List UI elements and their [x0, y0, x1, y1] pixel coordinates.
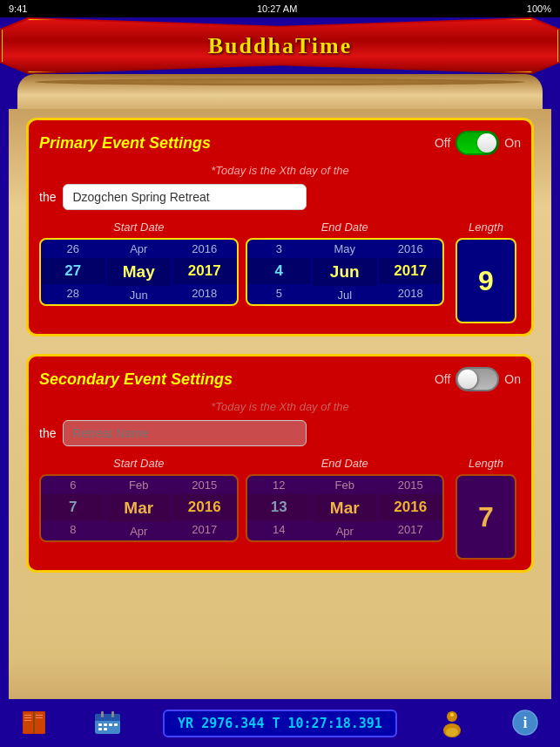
primary-start-day-next: 28	[41, 284, 105, 302]
primary-end-date-group: End Date 3 4 5 May Jun Jul	[246, 221, 445, 306]
secondary-end-day-next: 14	[247, 520, 312, 539]
scroll-area: Primary Event Settings Off On *Today is …	[9, 109, 551, 747]
svg-rect-17	[109, 723, 112, 726]
calendar-button[interactable]	[91, 706, 125, 741]
primary-start-year-next: 2018	[172, 284, 237, 302]
svg-rect-14	[111, 711, 114, 717]
primary-end-month-prev: May	[313, 240, 377, 258]
secondary-start-day-next: 8	[41, 520, 105, 539]
calendar-icon	[92, 708, 123, 738]
svg-rect-5	[24, 715, 31, 716]
secondary-end-year-next: 2017	[379, 520, 443, 539]
secondary-start-year-next: 2017	[172, 520, 237, 539]
secondary-end-day-column[interactable]: 12 13 14	[247, 476, 312, 540]
primary-start-date-label: Start Date	[39, 221, 239, 234]
svg-rect-13	[101, 711, 104, 717]
buddha-icon	[437, 708, 468, 738]
svg-rect-7	[24, 720, 31, 721]
primary-panel-title: Primary Event Settings	[39, 134, 211, 153]
buddha-button[interactable]	[435, 706, 469, 741]
primary-start-day-prev: 26	[41, 240, 105, 258]
secondary-start-date-group: Start Date 6 7 8 Feb Mar Apr	[39, 457, 239, 542]
svg-point-23	[450, 713, 454, 716]
primary-event-name-input[interactable]	[63, 184, 307, 210]
status-right: 100%	[527, 3, 551, 14]
primary-end-year-prev: 2016	[379, 240, 443, 258]
secondary-end-year-column[interactable]: 2015 2016 2017	[379, 476, 443, 540]
secondary-event-name-input[interactable]	[63, 420, 307, 446]
secondary-toggle-switch[interactable]	[455, 367, 499, 391]
primary-toggle-switch[interactable]	[455, 131, 499, 155]
secondary-end-month-selected: Mar	[313, 494, 377, 522]
primary-toggle-group: Off On	[435, 131, 521, 155]
secondary-start-day-column[interactable]: 6 7 8	[41, 476, 105, 540]
primary-end-month-column[interactable]: May Jun Jul	[313, 240, 377, 304]
primary-end-year-column[interactable]: 2016 2017 2018	[379, 240, 443, 304]
primary-event-panel: Primary Event Settings Off On *Today is …	[26, 118, 534, 336]
secondary-start-month-prev: Feb	[107, 476, 172, 494]
secondary-start-year-column[interactable]: 2015 2016 2017	[172, 476, 237, 540]
secondary-start-day-prev: 6	[41, 476, 105, 494]
bottom-bar: YR 2976.344 T 10:27:18.391 i	[0, 699, 560, 747]
primary-end-year-next: 2018	[379, 284, 443, 302]
secondary-subtitle: *Today is the Xth day of the	[39, 400, 521, 413]
secondary-length-value: 7	[478, 501, 494, 533]
primary-toggle-on-label: On	[504, 136, 521, 150]
secondary-end-date-group: End Date 12 13 14 Feb Mar Apr	[246, 457, 445, 542]
secondary-end-date-picker[interactable]: 12 13 14 Feb Mar Apr 2015 2016 2017	[246, 474, 445, 542]
header-ribbon: BuddhaTime	[0, 17, 560, 74]
primary-toggle-off-label: Off	[435, 136, 450, 150]
secondary-event-name-row: the	[39, 420, 521, 446]
secondary-start-year-prev: 2015	[172, 476, 237, 494]
secondary-length-box: 7	[455, 474, 516, 560]
primary-start-month-prev: Apr	[107, 240, 172, 258]
secondary-date-section: Start Date 6 7 8 Feb Mar Apr	[39, 457, 521, 560]
secondary-end-month-column[interactable]: Feb Mar Apr	[313, 476, 377, 540]
secondary-length-label: Length	[469, 457, 503, 470]
secondary-panel-title: Secondary Event Settings	[39, 370, 233, 389]
secondary-start-date-picker[interactable]: 6 7 8 Feb Mar Apr 2015 2016 2017	[39, 474, 239, 542]
secondary-end-month-next: Apr	[313, 522, 377, 540]
primary-start-year-column[interactable]: 2016 2017 2018	[172, 240, 237, 304]
secondary-start-month-column[interactable]: Feb Mar Apr	[107, 476, 172, 540]
secondary-end-month-prev: Feb	[313, 476, 377, 494]
svg-rect-6	[24, 717, 31, 718]
secondary-the-label: the	[39, 426, 56, 440]
primary-start-month-column[interactable]: Apr May Jun	[107, 240, 172, 304]
primary-date-section: Start Date 26 27 28 Apr May Jun	[39, 221, 521, 323]
primary-start-day-column[interactable]: 26 27 28	[41, 240, 105, 304]
primary-end-date-picker[interactable]: 3 4 5 May Jun Jul 2016 2017 2018	[246, 238, 445, 306]
primary-end-day-prev: 3	[247, 240, 312, 258]
primary-toggle-knob	[477, 133, 496, 153]
app-title: BuddhaTime	[208, 33, 352, 59]
svg-point-24	[446, 728, 458, 737]
primary-start-date-picker[interactable]: 26 27 28 Apr May Jun 2016 2017 2018	[39, 238, 239, 306]
info-button[interactable]: i	[508, 706, 543, 741]
status-center: 10:27 AM	[257, 3, 297, 14]
secondary-end-day-selected: 13	[247, 494, 312, 520]
secondary-toggle-on-label: On	[504, 372, 521, 386]
bottom-status-text: YR 2976.344 T 10:27:18.391	[178, 716, 382, 731]
secondary-toggle-group: Off On	[435, 367, 521, 391]
svg-text:i: i	[523, 714, 527, 731]
svg-rect-16	[104, 723, 107, 726]
primary-end-month-next: Jul	[313, 286, 377, 304]
secondary-start-date-label: Start Date	[39, 457, 239, 470]
book-button[interactable]	[17, 706, 52, 741]
secondary-end-day-prev: 12	[247, 476, 312, 494]
status-bar: 9:41 10:27 AM 100%	[0, 0, 560, 17]
secondary-event-panel: Secondary Event Settings Off On *Today i…	[26, 354, 534, 573]
primary-start-year-prev: 2016	[172, 240, 237, 258]
secondary-start-month-next: Apr	[107, 522, 172, 540]
secondary-start-day-selected: 7	[41, 494, 105, 520]
svg-rect-9	[36, 717, 43, 718]
primary-end-day-column[interactable]: 3 4 5	[247, 240, 312, 304]
primary-start-date-group: Start Date 26 27 28 Apr May Jun	[39, 221, 239, 306]
primary-end-month-selected: Jun	[313, 258, 377, 286]
status-left: 9:41	[9, 3, 27, 14]
secondary-end-year-prev: 2015	[379, 476, 443, 494]
primary-end-date-label: End Date	[246, 221, 445, 234]
book-icon	[20, 708, 51, 738]
primary-end-day-selected: 4	[247, 258, 312, 284]
secondary-start-month-selected: Mar	[107, 494, 172, 522]
